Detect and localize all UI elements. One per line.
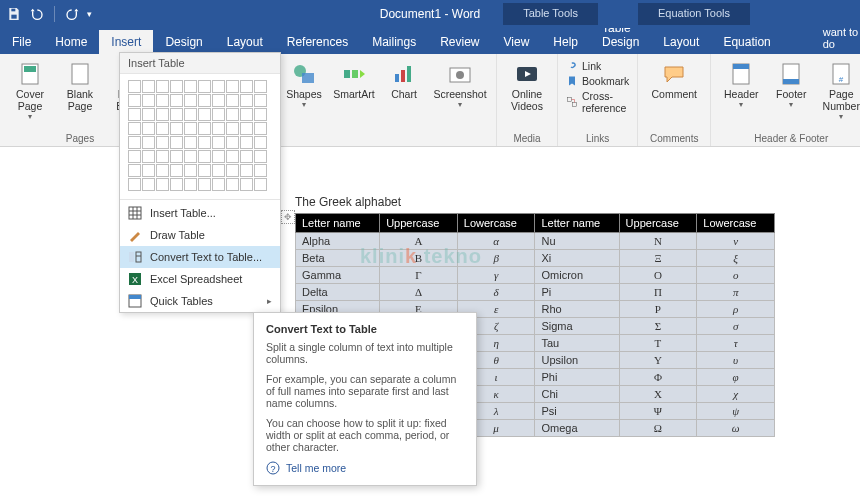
tab-references[interactable]: References — [275, 30, 360, 54]
tab-equation[interactable]: Equation — [711, 30, 782, 54]
table-cell[interactable]: Rho — [535, 301, 619, 318]
grid-cell[interactable] — [170, 136, 183, 149]
comment-button[interactable]: Comment — [646, 58, 702, 100]
table-cell[interactable]: Α — [380, 233, 458, 250]
grid-cell[interactable] — [156, 178, 169, 191]
grid-cell[interactable] — [254, 122, 267, 135]
table-cell[interactable]: Nu — [535, 233, 619, 250]
grid-cell[interactable] — [142, 164, 155, 177]
grid-cell[interactable] — [170, 178, 183, 191]
grid-cell[interactable] — [226, 80, 239, 93]
tooltip-tell-me-more[interactable]: ?Tell me more — [266, 461, 464, 475]
grid-cell[interactable] — [128, 108, 141, 121]
tab-layout2[interactable]: Layout — [651, 30, 711, 54]
table-row[interactable]: DeltaΔδPiΠπ — [296, 284, 775, 301]
grid-cell[interactable] — [254, 178, 267, 191]
grid-cell[interactable] — [212, 164, 225, 177]
grid-cell[interactable] — [226, 108, 239, 121]
grid-cell[interactable] — [212, 94, 225, 107]
table-cell[interactable]: γ — [457, 267, 535, 284]
grid-cell[interactable] — [184, 150, 197, 163]
grid-cell[interactable] — [226, 136, 239, 149]
grid-cell[interactable] — [128, 178, 141, 191]
table-cell[interactable]: φ — [697, 369, 775, 386]
grid-cell[interactable] — [170, 80, 183, 93]
table-cell[interactable]: ξ — [697, 250, 775, 267]
grid-cell[interactable] — [142, 122, 155, 135]
tab-home[interactable]: Home — [43, 30, 99, 54]
grid-cell[interactable] — [156, 108, 169, 121]
grid-cell[interactable] — [184, 80, 197, 93]
table-cell[interactable]: Tau — [535, 335, 619, 352]
tab-insert[interactable]: Insert — [99, 30, 153, 54]
grid-cell[interactable] — [254, 94, 267, 107]
grid-cell[interactable] — [226, 164, 239, 177]
table-cell[interactable]: υ — [697, 352, 775, 369]
grid-cell[interactable] — [240, 178, 253, 191]
grid-cell[interactable] — [156, 80, 169, 93]
document-heading[interactable]: The Greek alphabet — [295, 195, 775, 209]
table-cell[interactable]: Σ — [619, 318, 697, 335]
grid-cell[interactable] — [212, 178, 225, 191]
save-icon[interactable] — [6, 6, 22, 22]
table-cell[interactable]: ν — [697, 233, 775, 250]
table-cell[interactable]: Ρ — [619, 301, 697, 318]
grid-cell[interactable] — [240, 122, 253, 135]
tab-layout[interactable]: Layout — [215, 30, 275, 54]
cover-page-button[interactable]: Cover Page▾ — [8, 58, 52, 121]
grid-cell[interactable] — [212, 122, 225, 135]
table-cell[interactable]: ψ — [697, 403, 775, 420]
grid-cell[interactable] — [156, 122, 169, 135]
grid-cell[interactable] — [170, 108, 183, 121]
grid-cell[interactable] — [240, 150, 253, 163]
table-cell[interactable]: Υ — [619, 352, 697, 369]
grid-cell[interactable] — [226, 178, 239, 191]
table-row[interactable]: BetaΒβXiΞξ — [296, 250, 775, 267]
grid-cell[interactable] — [156, 164, 169, 177]
grid-cell[interactable] — [170, 150, 183, 163]
table-cell[interactable]: Phi — [535, 369, 619, 386]
grid-cell[interactable] — [128, 122, 141, 135]
smartart-button[interactable]: SmartArt — [332, 58, 376, 100]
table-cell[interactable]: χ — [697, 386, 775, 403]
table-header[interactable]: Uppercase — [619, 214, 697, 233]
grid-cell[interactable] — [254, 80, 267, 93]
undo-icon[interactable] — [28, 6, 44, 22]
table-cell[interactable]: Psi — [535, 403, 619, 420]
table-cell[interactable]: Τ — [619, 335, 697, 352]
grid-cell[interactable] — [184, 108, 197, 121]
grid-cell[interactable] — [128, 164, 141, 177]
grid-cell[interactable] — [226, 94, 239, 107]
table-cell[interactable]: τ — [697, 335, 775, 352]
blank-page-button[interactable]: Blank Page — [58, 58, 102, 112]
grid-cell[interactable] — [198, 150, 211, 163]
menu-excel-spreadsheet[interactable]: XExcel Spreadsheet — [120, 268, 280, 290]
grid-cell[interactable] — [184, 136, 197, 149]
tab-design[interactable]: Design — [153, 30, 214, 54]
grid-cell[interactable] — [240, 80, 253, 93]
table-cell[interactable]: σ — [697, 318, 775, 335]
grid-cell[interactable] — [128, 136, 141, 149]
table-cell[interactable]: Gamma — [296, 267, 380, 284]
table-size-grid[interactable] — [120, 74, 280, 197]
grid-cell[interactable] — [198, 178, 211, 191]
table-cell[interactable]: Ο — [619, 267, 697, 284]
table-cell[interactable]: Π — [619, 284, 697, 301]
table-cell[interactable]: Φ — [619, 369, 697, 386]
tab-help[interactable]: Help — [541, 30, 590, 54]
grid-cell[interactable] — [212, 80, 225, 93]
menu-insert-table[interactable]: Insert Table... — [120, 202, 280, 224]
tab-file[interactable]: File — [0, 30, 43, 54]
grid-cell[interactable] — [254, 136, 267, 149]
grid-cell[interactable] — [198, 122, 211, 135]
grid-cell[interactable] — [212, 108, 225, 121]
table-cell[interactable]: Chi — [535, 386, 619, 403]
table-cell[interactable]: δ — [457, 284, 535, 301]
grid-cell[interactable] — [254, 164, 267, 177]
table-cell[interactable]: Omicron — [535, 267, 619, 284]
bookmark-button[interactable]: Bookmark — [566, 75, 629, 87]
table-cell[interactable]: Upsilon — [535, 352, 619, 369]
grid-cell[interactable] — [184, 178, 197, 191]
table-move-handle[interactable]: ✥ — [281, 210, 295, 224]
table-header[interactable]: Uppercase — [380, 214, 458, 233]
